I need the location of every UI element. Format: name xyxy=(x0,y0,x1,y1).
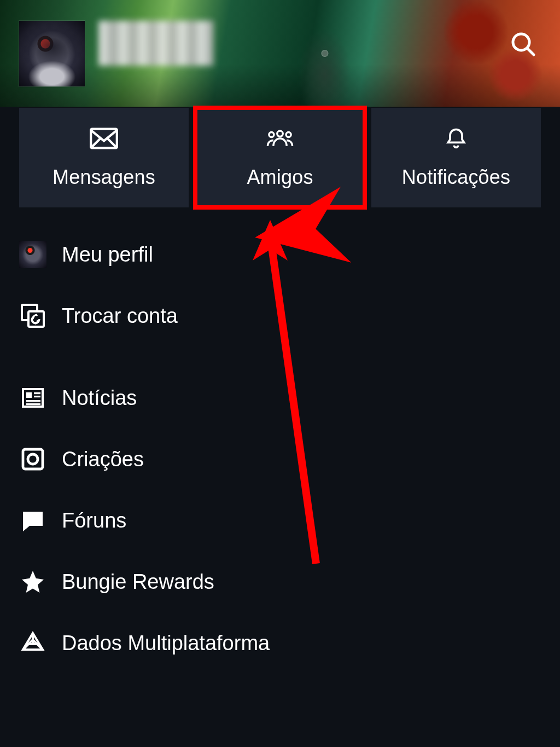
bell-icon xyxy=(442,126,470,153)
menu-item-crossplay[interactable]: Dados Multiplataforma xyxy=(19,612,541,674)
menu-item-label: Criações xyxy=(62,448,144,471)
svg-rect-7 xyxy=(28,311,44,327)
menu-item-profile[interactable]: Meu perfil xyxy=(19,224,541,285)
menu-item-switch-account[interactable]: Trocar conta xyxy=(19,285,541,346)
svg-rect-9 xyxy=(34,392,40,394)
svg-rect-13 xyxy=(23,449,43,469)
avatar[interactable] xyxy=(19,21,85,86)
svg-rect-11 xyxy=(26,400,40,402)
tile-messages[interactable]: Mensagens xyxy=(19,108,189,207)
tile-messages-label: Mensagens xyxy=(52,166,155,189)
svg-rect-8 xyxy=(26,392,32,398)
svg-point-3 xyxy=(277,131,283,136)
menu-list: Meu perfil Trocar conta xyxy=(0,207,560,674)
tile-notifications[interactable]: Notificações xyxy=(371,108,541,207)
svg-point-14 xyxy=(28,454,38,464)
search-button[interactable] xyxy=(505,27,540,62)
menu-item-label: Fóruns xyxy=(62,509,126,532)
star-icon xyxy=(19,568,46,595)
menu-item-news[interactable]: Notícias xyxy=(19,367,541,428)
crossplay-icon xyxy=(19,629,46,657)
top-tiles: Mensagens Amigos Notificações xyxy=(0,108,560,207)
tile-friends[interactable]: Amigos xyxy=(195,108,365,207)
menu-item-label: Notícias xyxy=(62,386,137,410)
envelope-icon xyxy=(90,126,118,153)
svg-rect-12 xyxy=(26,403,40,405)
svg-point-5 xyxy=(286,132,291,137)
svg-point-4 xyxy=(269,132,274,137)
people-icon xyxy=(266,126,294,153)
menu-item-label: Dados Multiplataforma xyxy=(62,632,270,655)
search-icon xyxy=(510,31,536,59)
svg-rect-10 xyxy=(34,396,40,397)
menu-item-label: Bungie Rewards xyxy=(62,570,214,594)
menu-item-label: Trocar conta xyxy=(62,304,178,328)
avatar-small-icon xyxy=(19,241,46,268)
tile-notifications-label: Notificações xyxy=(402,166,510,189)
newspaper-icon xyxy=(19,384,46,412)
switch-account-icon xyxy=(19,302,46,329)
tile-friends-label: Amigos xyxy=(247,166,313,189)
header-banner xyxy=(0,0,560,107)
menu-item-creations[interactable]: Criações xyxy=(19,428,541,490)
menu-item-rewards[interactable]: Bungie Rewards xyxy=(19,551,541,612)
menu-item-forums[interactable]: Fóruns xyxy=(19,490,541,551)
menu-item-label: Meu perfil xyxy=(62,243,153,267)
creations-icon xyxy=(19,445,46,473)
chat-icon xyxy=(19,507,46,534)
svg-line-1 xyxy=(527,48,534,55)
username-obscured xyxy=(98,21,213,66)
